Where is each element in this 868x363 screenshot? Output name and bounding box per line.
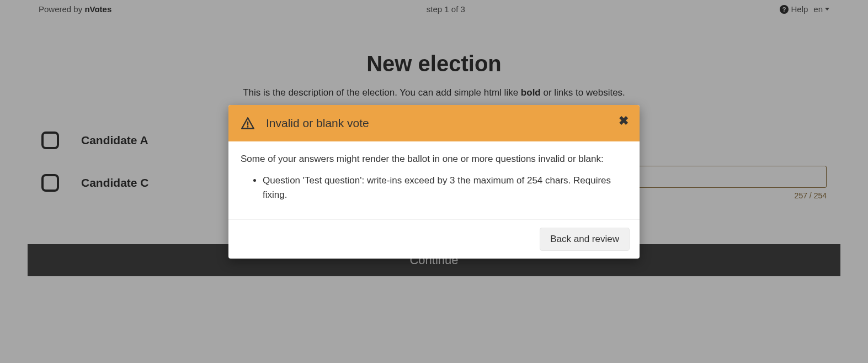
modal-intro: Some of your answers might render the ba… <box>241 154 627 165</box>
modal-error-item: Question 'Test question': write-ins exce… <box>263 173 627 202</box>
close-icon: ✖ <box>619 114 629 128</box>
close-button[interactable]: ✖ <box>619 115 629 127</box>
warning-icon <box>241 116 255 130</box>
modal-overlay[interactable]: Invalid or blank vote ✖ Some of your ans… <box>0 0 868 363</box>
modal: Invalid or blank vote ✖ Some of your ans… <box>228 105 640 259</box>
modal-header: Invalid or blank vote ✖ <box>228 105 640 141</box>
svg-point-3 <box>247 126 249 128</box>
back-and-review-button[interactable]: Back and review <box>540 228 630 251</box>
modal-title: Invalid or blank vote <box>266 117 369 130</box>
modal-body: Some of your answers might render the ba… <box>228 141 640 220</box>
modal-error-list: Question 'Test question': write-ins exce… <box>263 173 627 202</box>
modal-footer: Back and review <box>228 220 640 259</box>
